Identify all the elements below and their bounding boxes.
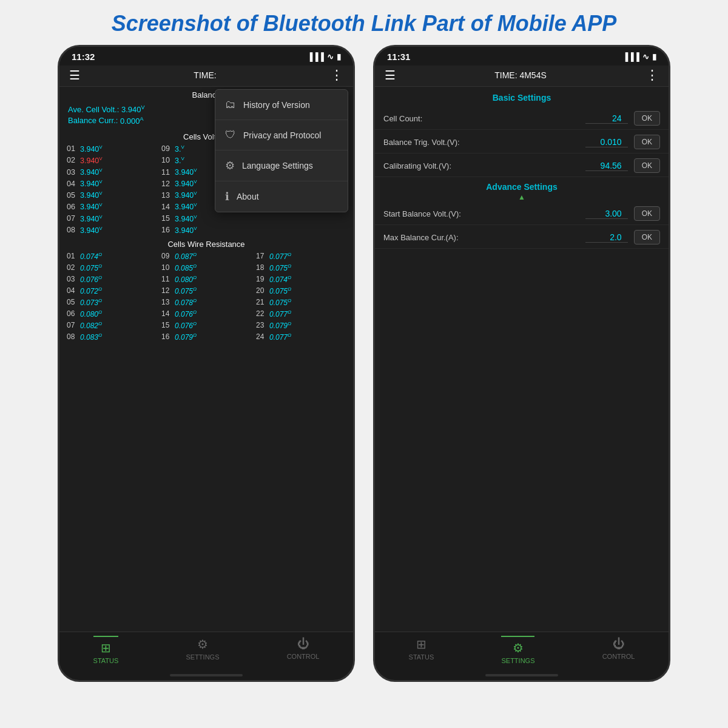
nav-status-label-right: STATUS — [409, 653, 434, 661]
advance-settings-title: Advance Settings — [375, 177, 669, 193]
start-balance-label: Start Balance Volt.(V): — [383, 209, 585, 218]
balance-trig-row: Balance Trig. Volt.(V): 0.010 OK — [375, 130, 669, 153]
more-options-icon[interactable]: ⋮ — [330, 70, 343, 81]
left-nav: ⊞ STATUS ⚙ SETTINGS ⏻ CONTROL — [59, 632, 353, 670]
signal-icon: ▐▐▐ — [307, 52, 324, 61]
dropdown-language[interactable]: ⚙ Language Settings — [215, 150, 348, 181]
dropdown-menu: 🗂 History of Version 🛡 Privacy and Proto… — [215, 89, 348, 212]
screenshots-row: 11:32 ▐▐▐ ∿ ▮ ☰ TIME: ⋮ Balance Ave. Cel… — [0, 45, 728, 682]
nav-settings-left[interactable]: ⚙ SETTINGS — [186, 637, 219, 664]
control-icon-right: ⏻ — [613, 637, 625, 651]
cell-count-ok[interactable]: OK — [634, 111, 660, 126]
home-indicator-right — [485, 674, 558, 676]
res-04: 040.072Ω — [64, 285, 159, 297]
res-01: 010.074Ω — [64, 251, 159, 262]
hamburger-menu-icon[interactable]: ☰ — [69, 69, 80, 81]
nav-control-label-left: CONTROL — [287, 653, 320, 660]
nav-settings-right[interactable]: ⚙ SETTINGS — [501, 636, 534, 664]
nav-settings-label-right: SETTINGS — [501, 657, 534, 664]
wifi-icon-right: ∿ — [642, 52, 649, 61]
left-phone: 11:32 ▐▐▐ ∿ ▮ ☰ TIME: ⋮ Balance Ave. Cel… — [58, 45, 355, 682]
calibrating-volt-value: 94.56 — [585, 161, 628, 171]
dropdown-history[interactable]: 🗂 History of Version — [215, 90, 348, 120]
res-24: 240.077Ω — [254, 331, 348, 343]
left-status-bar: 11:32 ▐▐▐ ∿ ▮ — [59, 47, 353, 66]
max-balance-row: Max Balance Cur.(A): 2.0 OK — [375, 225, 669, 249]
header-time-label: TIME: — [194, 70, 216, 80]
nav-status-left[interactable]: ⊞ STATUS — [93, 636, 119, 664]
right-status-icons: ▐▐▐ ∿ ▮ — [622, 52, 656, 61]
cell-count-value: 24 — [585, 113, 628, 124]
res-06: 060.080Ω — [64, 308, 159, 320]
cell-04: 043.940V — [64, 178, 159, 189]
left-phone-content: Balance Ave. Cell Volt.: 3.940V Balance … — [59, 87, 353, 632]
about-label: About — [237, 192, 259, 201]
cell-06: 063.940V — [64, 201, 159, 212]
right-phone: 11:31 ▐▐▐ ∿ ▮ ☰ TIME: 4M54S ⋮ Basic Sett… — [373, 45, 670, 682]
start-balance-row: Start Balance Volt.(V): 3.00 OK — [375, 201, 669, 225]
calibrating-volt-row: Calibrating Volt.(V): 94.56 OK — [375, 153, 669, 177]
privacy-icon: 🛡 — [225, 129, 236, 141]
cell-08: 083.940V — [64, 224, 159, 236]
cell-02: 023.940V — [64, 155, 159, 166]
cell-01: 013.940V — [64, 143, 159, 155]
calibrating-volt-ok[interactable]: OK — [634, 158, 660, 173]
nav-control-left[interactable]: ⏻ CONTROL — [287, 637, 320, 664]
start-balance-ok[interactable]: OK — [634, 206, 660, 221]
right-phone-content: Basic Settings Cell Count: 24 OK Balance… — [375, 87, 669, 632]
wifi-icon: ∿ — [327, 52, 334, 61]
res-19: 190.074Ω — [254, 274, 348, 285]
res-20: 200.075Ω — [254, 285, 348, 297]
right-time: 11:31 — [387, 52, 410, 62]
language-label: Language Settings — [242, 161, 313, 170]
cell-16: 163.940V — [159, 224, 254, 236]
status-icon-left: ⊞ — [101, 641, 111, 655]
left-status-icons: ▐▐▐ ∿ ▮ — [307, 52, 341, 61]
hamburger-menu-icon-right[interactable]: ☰ — [385, 69, 396, 81]
cell-05: 053.940V — [64, 189, 159, 201]
privacy-label: Privacy and Protocol — [243, 130, 321, 140]
max-balance-label: Max Balance Cur.(A): — [383, 233, 585, 242]
left-app-header: ☰ TIME: ⋮ — [59, 66, 353, 87]
res-03: 030.076Ω — [64, 274, 159, 285]
cell-count-row: Cell Count: 24 OK — [375, 106, 669, 130]
res-21: 210.075Ω — [254, 297, 348, 308]
right-app-header: ☰ TIME: 4M54S ⋮ — [375, 66, 669, 87]
resistance-header: Cells Wire Resistance — [59, 236, 353, 251]
max-balance-value: 2.0 — [585, 232, 628, 243]
nav-status-right[interactable]: ⊞ STATUS — [409, 637, 434, 664]
nav-status-label-left: STATUS — [93, 657, 119, 664]
res-16: 160.079Ω — [159, 331, 254, 343]
res-11: 110.080Ω — [159, 274, 254, 285]
res-22: 220.077Ω — [254, 308, 348, 320]
settings-icon-left: ⚙ — [197, 637, 208, 652]
max-balance-ok[interactable]: OK — [634, 230, 660, 244]
right-status-bar: 11:31 ▐▐▐ ∿ ▮ — [375, 47, 669, 66]
res-23: 230.079Ω — [254, 320, 348, 331]
res-15: 150.076Ω — [159, 320, 254, 331]
cell-15: 153.940V — [159, 213, 254, 224]
cell-07: 073.940V — [64, 213, 159, 224]
res-17: 170.077Ω — [254, 251, 348, 262]
cell-03: 033.940V — [64, 166, 159, 178]
signal-icon-right: ▐▐▐ — [622, 52, 639, 61]
nav-control-right[interactable]: ⏻ CONTROL — [602, 637, 635, 664]
dropdown-about[interactable]: ℹ About — [215, 181, 348, 212]
dropdown-privacy[interactable]: 🛡 Privacy and Protocol — [215, 120, 348, 150]
battery-icon-right: ▮ — [652, 52, 656, 61]
history-label: History of Version — [243, 100, 310, 110]
balance-trig-label: Balance Trig. Volt.(V): — [383, 138, 585, 147]
balance-trig-ok[interactable]: OK — [634, 135, 660, 149]
nav-settings-label-left: SETTINGS — [186, 653, 219, 661]
basic-settings-title: Basic Settings — [375, 87, 669, 106]
res-05: 050.073Ω — [64, 297, 159, 308]
status-icon-right: ⊞ — [416, 637, 426, 652]
more-options-icon-right[interactable]: ⋮ — [645, 70, 659, 81]
balance-trig-value: 0.010 — [585, 137, 628, 147]
language-icon: ⚙ — [225, 159, 235, 172]
res-08: 080.083Ω — [64, 331, 159, 343]
left-time: 11:32 — [72, 52, 95, 62]
settings-icon-right: ⚙ — [513, 641, 524, 655]
control-icon-left: ⏻ — [297, 637, 309, 651]
right-nav: ⊞ STATUS ⚙ SETTINGS ⏻ CONTROL — [375, 632, 669, 670]
